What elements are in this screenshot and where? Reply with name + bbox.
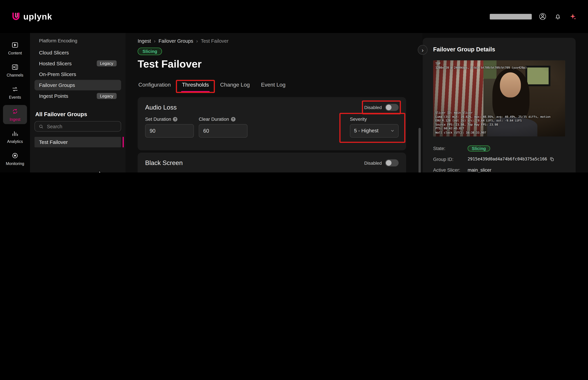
primary-nav-rail: Content Channels Events Ingest xyxy=(0,33,30,172)
clear-duration-field: Clear Duration ? xyxy=(199,116,247,137)
topbar: uplynk xyxy=(0,0,588,33)
logo-text: uplynk xyxy=(23,11,52,22)
chevron-down-icon xyxy=(390,129,394,133)
card-title: Black Screen xyxy=(145,159,183,167)
sidebar-section-title: Platform Encoding xyxy=(35,38,121,47)
help-icon[interactable]: ? xyxy=(231,117,235,121)
tab-thresholds[interactable]: Thresholds xyxy=(181,82,209,92)
threshold-cards: Audio Loss Disabled Set Duration ? Cle xyxy=(138,97,406,172)
help-icon[interactable]: ? xyxy=(230,172,234,172)
ingest-icon xyxy=(11,108,19,115)
help-icon[interactable]: ? xyxy=(173,117,177,121)
channels-icon xyxy=(11,63,19,71)
detail-row-state: State: Slicing xyxy=(433,144,565,152)
failover-group-item-test-failover[interactable]: Test Failover xyxy=(35,137,121,147)
set-duration-field: Set Duration ? xyxy=(145,116,194,137)
tab-change-log[interactable]: Change Log xyxy=(219,82,250,92)
nav-item-ad-debug[interactable]: Ad Debug xyxy=(3,171,27,172)
sidebar-item-on-prem-slicers[interactable]: On-Prem Slicers xyxy=(35,69,121,80)
clear-duration-input[interactable] xyxy=(199,124,247,137)
set-duration-field: Set Duration ? xyxy=(145,172,194,172)
threshold-card-black-screen: Black Screen Disabled Set Duration ? Set… xyxy=(138,152,406,172)
detail-row-active-slicer: Active Slicer: main_slicer xyxy=(433,166,565,172)
nav-item-content[interactable]: Content xyxy=(3,38,27,58)
set-duration-input[interactable] xyxy=(145,124,194,137)
audio-loss-disabled-toggle[interactable]: Disabled xyxy=(364,104,399,111)
all-failover-groups-title: All Failover Groups xyxy=(35,111,121,117)
slicer-video-preview[interactable]: TOP 1280x720 @ 2400kbps, 8-bit bt709/bt7… xyxy=(433,60,565,136)
help-icon[interactable]: ? xyxy=(173,172,177,172)
details-panel-expand-button[interactable]: › xyxy=(418,45,427,55)
breadcrumb-failover-groups[interactable]: Failover Groups xyxy=(159,38,193,44)
user-account-icon[interactable] xyxy=(538,12,547,20)
severity-select[interactable]: 5 - Highest xyxy=(350,124,399,137)
tab-bar: Configuration Thresholds Change Log Even… xyxy=(138,77,406,92)
search-input[interactable] xyxy=(46,123,117,130)
breadcrumb-separator: › xyxy=(154,38,156,44)
main-content: Ingest › Failover Groups › Test Failover… xyxy=(126,33,422,172)
nav-item-analytics[interactable]: Analytics xyxy=(3,127,27,146)
toggle-switch[interactable] xyxy=(385,159,399,167)
analytics-icon xyxy=(11,130,19,137)
severity-field: Severity 5 - Highest xyxy=(350,172,399,172)
sidebar-item-cloud-slicers[interactable]: Cloud Slicers xyxy=(35,47,121,58)
monitoring-icon xyxy=(11,152,19,159)
content-icon xyxy=(11,41,19,49)
sidebar-item-hosted-slicers[interactable]: Hosted Slicers Legacy xyxy=(35,58,121,69)
help-icon[interactable]: ? xyxy=(285,172,289,172)
nav-item-ingest[interactable]: Ingest xyxy=(3,105,27,124)
clear-duration-field: Clear Duration ? xyxy=(252,172,301,172)
breadcrumb-separator: › xyxy=(196,38,198,44)
details-rows: State: Slicing Group ID: 2915e439d0ad4a7… xyxy=(433,144,565,172)
video-overlay-stats: Slicer ID: main_slicer Luma (3s) min: 39… xyxy=(435,111,550,134)
toggle-switch[interactable] xyxy=(385,104,399,111)
sidebar-item-failover-groups[interactable]: Failover Groups xyxy=(35,80,121,90)
notifications-bell-icon[interactable] xyxy=(553,12,562,20)
black-screen-disabled-toggle[interactable]: Disabled xyxy=(364,159,399,167)
assistant-sparkle-icon[interactable] xyxy=(569,12,577,20)
nav-item-events[interactable]: Events xyxy=(3,83,27,102)
uplynk-logo-icon xyxy=(11,12,21,21)
ingest-sidebar: Platform Encoding Cloud Slicers Hosted S… xyxy=(30,33,126,172)
set-threshold-field: Set Threshold ? xyxy=(199,172,247,172)
uplynk-logo[interactable]: uplynk xyxy=(11,11,52,22)
events-icon xyxy=(11,86,19,93)
video-overlay-top: TOP 1280x720 @ 2400kbps, 8-bit bt709/bt7… xyxy=(435,62,527,70)
active-tab-underline xyxy=(181,91,209,92)
search-icon xyxy=(39,124,44,129)
slicing-status-badge: Slicing xyxy=(138,48,162,55)
sidebar-item-ingest-points[interactable]: Ingest Points Legacy xyxy=(35,91,121,101)
severity-field: Severity 5 - Highest xyxy=(350,116,399,137)
legacy-badge: Legacy xyxy=(97,93,117,99)
failover-group-details-panel: Failover Group Details TOP 1280x720 @ 24… xyxy=(423,38,576,172)
breadcrumb-ingest[interactable]: Ingest xyxy=(138,38,151,44)
threshold-card-audio-loss: Audio Loss Disabled Set Duration ? Cle xyxy=(138,97,406,150)
breadcrumb: Ingest › Failover Groups › Test Failover xyxy=(138,38,406,44)
nav-item-channels[interactable]: Channels xyxy=(3,61,27,80)
selected-accent-bar xyxy=(123,137,124,147)
legacy-badge: Legacy xyxy=(97,60,117,66)
state-slicing-badge: Slicing xyxy=(468,145,490,151)
detail-row-group-id: Group ID: 2915e439d0ad4a74b6fc04b375a5c1… xyxy=(433,155,565,163)
card-title: Audio Loss xyxy=(145,104,177,111)
failover-groups-search[interactable] xyxy=(35,121,121,132)
details-panel-title: Failover Group Details xyxy=(433,46,565,53)
app-root: uplynk xyxy=(0,0,588,172)
breadcrumb-current: Test Failover xyxy=(201,38,228,44)
account-name-redacted xyxy=(490,14,532,19)
page-title: Test Failover xyxy=(138,58,406,70)
copy-icon[interactable] xyxy=(549,157,554,162)
tab-configuration[interactable]: Configuration xyxy=(138,82,171,92)
nav-item-monitoring[interactable]: Monitoring xyxy=(3,149,27,168)
scrollbar-thumb[interactable] xyxy=(418,128,421,172)
tab-event-log[interactable]: Event Log xyxy=(260,82,286,92)
